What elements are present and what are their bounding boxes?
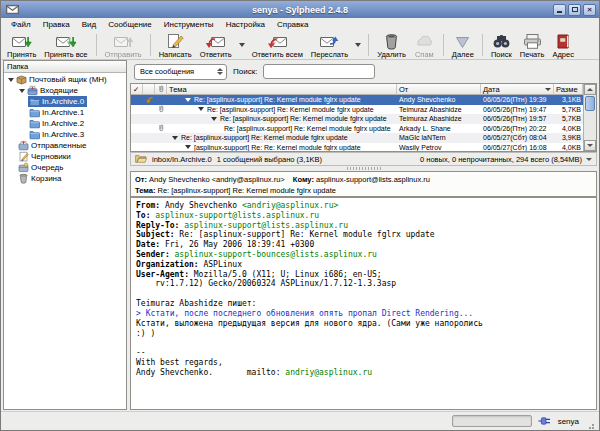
attach-cell [155, 143, 167, 152]
forward-dropdown[interactable] [352, 32, 364, 58]
reply-all-button[interactable]: Ответить всем [248, 32, 307, 58]
scrollbar-thumb[interactable] [585, 96, 595, 111]
compose-icon [165, 33, 186, 50]
message-row-4[interactable]: Re: [asplinux-support] Re: Kernel module… [131, 133, 583, 143]
expander-icon[interactable] [6, 78, 15, 82]
reply-arrow-icon [145, 96, 154, 104]
resize-grip[interactable] [585, 417, 594, 426]
status-cell [143, 143, 155, 152]
thread-expander-icon[interactable] [185, 98, 191, 102]
thread-indent [169, 128, 224, 129]
email-link[interactable]: asplinux-support@lists.asplinux.ru [184, 221, 348, 230]
minimize-button[interactable] [553, 4, 566, 16]
compose-button[interactable]: Написать [155, 32, 196, 58]
message-row-5[interactable]: [asplinux-support] Re: Re: Kernel module… [131, 143, 583, 152]
folder-pane: Папка Почтовый ящик (MH)ВходящиеIn.Archi… [3, 60, 127, 410]
email-link[interactable]: andriy@asplinux.ru [285, 368, 372, 377]
folder-item-queue[interactable]: Очередь [4, 162, 126, 173]
scroll-down-icon[interactable] [584, 140, 596, 151]
folder-label: Входящие [40, 86, 78, 95]
tree-indent [4, 167, 17, 168]
mark-cell [131, 95, 143, 105]
search-input[interactable] [263, 64, 375, 79]
column-header-mark[interactable]: ✓ [131, 84, 143, 95]
attach-cell [155, 114, 167, 124]
folder-item-sent[interactable]: Отправленные [4, 140, 126, 151]
folder-item-mailbox-root[interactable]: Почтовый ящик (MH) [4, 74, 126, 85]
menu-view[interactable]: Вид [76, 19, 102, 30]
column-label: Разме [556, 85, 578, 94]
folder-column-header[interactable]: Папка [4, 61, 126, 73]
size-cell: 4,0KB [554, 124, 583, 134]
folder-item-body: In.Archive.1 [28, 107, 87, 118]
folder-item-in-archive-1[interactable]: In.Archive.1 [4, 107, 126, 118]
message-row-0[interactable]: Re: [asplinux-support] Re: Kernel module… [131, 95, 583, 105]
reply-all-icon [267, 33, 288, 50]
folder-item-in-archive-3[interactable]: In.Archive.3 [4, 129, 126, 140]
thread-expander-icon[interactable] [211, 117, 217, 121]
column-header-date[interactable]: Дата [481, 84, 554, 95]
column-header-status[interactable] [143, 84, 155, 95]
menu-edit[interactable]: Правка [37, 19, 76, 30]
search-button[interactable]: Поиск [487, 32, 516, 58]
thread-expander-icon[interactable] [185, 145, 191, 149]
folder-icon [29, 129, 40, 140]
email-link[interactable]: asplinux-support@lists.asplinux.ru [155, 211, 319, 220]
current-folder-path: inbox/In.Archive.0 [152, 155, 212, 164]
menu-configuration[interactable]: Настройка [220, 19, 271, 30]
message-row-1[interactable]: Re: [asplinux-support] Re: Kernel module… [131, 105, 583, 115]
reply-button[interactable]: Ответить [196, 32, 236, 58]
folder-icon [29, 107, 40, 118]
email-link[interactable]: asplinux-support-bounces@lists.asplinux.… [175, 250, 377, 259]
address-button[interactable]: Адрес [548, 32, 577, 58]
scrollbar-track[interactable] [584, 95, 596, 140]
maximize-button[interactable] [568, 4, 581, 16]
message-filter-select[interactable]: Все сообщения [134, 64, 227, 80]
close-button[interactable]: × [583, 4, 596, 16]
status-bar: senya [1, 411, 599, 430]
thread-expander-icon[interactable] [172, 136, 178, 140]
email-link[interactable]: <andriy@asplinux.ru> [242, 201, 338, 210]
send-button[interactable]: Отправить [101, 32, 146, 58]
scroll-up-icon[interactable] [584, 84, 596, 95]
receive-all-button[interactable]: Принять все [40, 32, 91, 58]
forward-button[interactable]: Переслать [307, 32, 352, 58]
title-bar[interactable]: senya - Sylpheed 2.4.8 × [1, 1, 599, 18]
message-header-line: rv:1.7.12) Gecko/20060324 ASPLinux/1.7.1… [136, 279, 591, 289]
toolbar-button-label: Отправить [105, 50, 142, 59]
folder-label: In.Archive.0 [42, 97, 84, 106]
next-button[interactable]: Далее [448, 32, 478, 58]
folder-item-trash[interactable]: Корзина [4, 173, 126, 184]
menu-help[interactable]: Справка [271, 19, 314, 30]
receive-button[interactable]: Принять [3, 32, 40, 58]
print-button[interactable]: Печать [516, 32, 549, 58]
message-header-line: From: Andy Shevchenko <andriy@asplinux.r… [136, 201, 591, 211]
folder-item-drafts[interactable]: Черновики [4, 151, 126, 162]
summary-from-label: От: [135, 175, 147, 184]
delete-button[interactable]: Удалить [373, 32, 410, 58]
folder-item-inbox[interactable]: Входящие [4, 85, 126, 96]
receive-all-icon [55, 33, 76, 50]
collapse-chevron-icon[interactable] [586, 158, 592, 161]
menu-file[interactable]: Файл [5, 19, 37, 30]
message-row-2[interactable]: Re: [asplinux-support] Re: Kernel module… [131, 114, 583, 124]
column-header-subject[interactable]: Тема [167, 84, 397, 95]
column-header-size[interactable]: Разме [554, 84, 583, 95]
online-status-icon[interactable] [538, 416, 552, 426]
menu-tools[interactable]: Инструменты [158, 19, 220, 30]
column-header-from[interactable]: От [397, 84, 481, 95]
message-list-scrollbar[interactable] [583, 84, 596, 151]
message-header-summary: От: Andy Shevchenko <andriy@asplinux.ru>… [130, 171, 597, 197]
toolbar-button-label: Печать [520, 50, 545, 59]
thread-expander-icon[interactable] [198, 107, 204, 111]
menu-message[interactable]: Сообщение [102, 19, 158, 30]
folder-label: In.Archive.2 [42, 119, 84, 128]
folder-item-in-archive-2[interactable]: In.Archive.2 [4, 118, 126, 129]
expander-icon[interactable] [17, 89, 26, 93]
toolbar-separator [482, 34, 483, 56]
message-row-3[interactable]: Re: [asplinux-support] Re: Kernel module… [131, 124, 583, 134]
folder-item-in-archive-0[interactable]: In.Archive.0 [4, 96, 126, 107]
junk-button[interactable]: Спам [410, 32, 439, 58]
reply-dropdown[interactable] [236, 32, 248, 58]
column-header-attach[interactable] [155, 84, 167, 95]
